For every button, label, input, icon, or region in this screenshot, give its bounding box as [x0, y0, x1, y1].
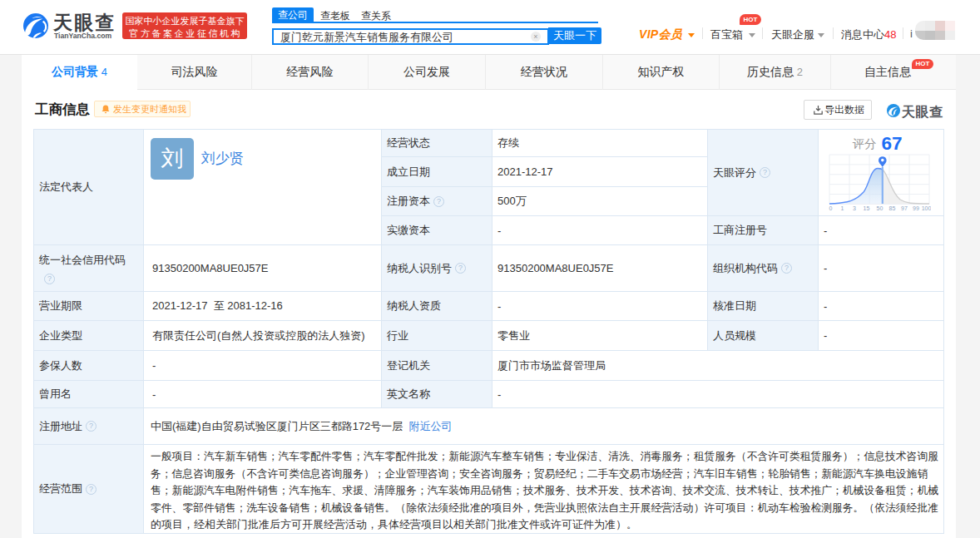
svg-text:97: 97	[901, 205, 908, 211]
svg-text:100: 100	[922, 205, 931, 211]
svg-text:15: 15	[864, 205, 870, 211]
svg-text:99: 99	[913, 205, 919, 211]
svg-text:3: 3	[853, 205, 856, 211]
svg-text:85: 85	[889, 205, 896, 211]
svg-text:0: 0	[829, 205, 833, 211]
svg-text:50: 50	[877, 205, 883, 211]
svg-text:1: 1	[841, 205, 844, 211]
